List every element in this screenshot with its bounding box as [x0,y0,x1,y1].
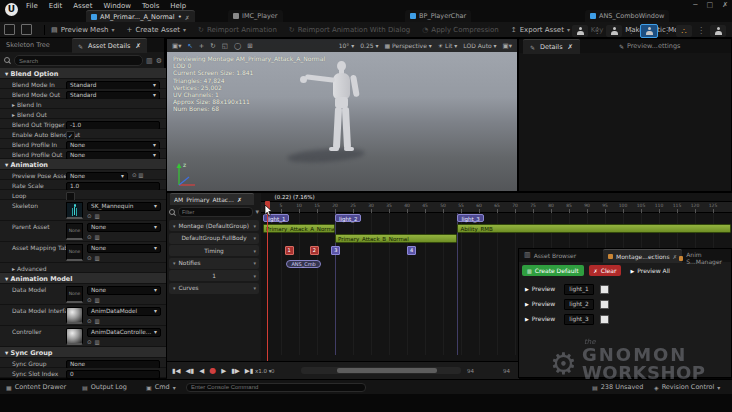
lit-mode-dropdown[interactable]: ☀ Lit ▾ [438,42,458,49]
scale-snap-value[interactable]: 0.25 ▾ [360,42,378,49]
rotate-tool-icon[interactable]: ↻ [210,42,215,50]
asset-dropdown[interactable]: AnimDataModel▾ [87,307,161,316]
tab-skeleton-tree[interactable]: Skeleton Tree [6,41,50,49]
browse-to-asset-icon[interactable] [21,24,32,35]
asset-dropdown[interactable]: None▾ [87,223,161,232]
step-back-button[interactable]: ◀▮ [186,367,195,375]
timeline-playhead[interactable] [267,201,268,361]
options-dots-icon[interactable]: ⋮ [663,27,671,35]
property-input[interactable]: 0 [66,370,160,379]
preview-section-button[interactable]: ▶Preview [525,300,555,307]
tab-montage-sections[interactable]: Montage...ections ✗ [603,249,682,263]
chevron-down-icon[interactable]: ▾ [253,223,256,229]
camera-options-icon[interactable]: ▣▾ [172,42,181,50]
montage-track-defaultgroup-fullbody[interactable]: DefaultGroup.FullBody▾ [169,233,259,244]
revision-control-button[interactable]: ◈ Revision Control ▾ [654,383,720,391]
section-name-field[interactable]: light_1 [564,284,594,295]
sync-browser-icon-button[interactable]: ∴ [676,25,692,37]
tab-asset-details[interactable]: ✎ Asset Details ✗ [72,38,147,53]
record-button[interactable]: ● [209,366,216,375]
select-tool-icon[interactable]: ↖ [187,42,192,50]
console-command-input[interactable] [186,383,366,392]
unsaved-assets-button[interactable]: ▤ 238 Unsaved [592,383,643,391]
settings-icon-button[interactable] [710,25,726,37]
rotation-snap-value[interactable]: 10° ▾ [339,42,355,49]
details-search-input[interactable] [14,55,143,66]
character-icon-button[interactable] [572,25,588,37]
tab-asset-browser[interactable]: ▥ Asset Browser [524,251,576,259]
grid-snap-icon[interactable]: ⊞ [247,42,252,50]
asset-tab-4[interactable]: ANS_ComboWindow [585,10,669,22]
asset-action-icons[interactable]: ⊙▥ [87,255,161,261]
lod-dropdown[interactable]: LOD Auto ▾ [463,42,496,49]
section-name-field[interactable]: light_2 [564,299,594,310]
maximize-window-button[interactable]: □ [707,1,714,10]
to-front-button[interactable]: ▮◀ [172,367,181,375]
chevron-down-icon[interactable]: ▾ [253,235,256,241]
save-icon[interactable] [4,24,15,35]
asset-thumbnail[interactable]: None [66,223,83,240]
clear-button[interactable]: ✗ Clear [589,265,622,276]
chevron-down-icon[interactable]: ▾ [253,248,256,254]
preview-animation-icon-button[interactable] [606,25,622,37]
chevron-down-icon[interactable]: ▾ [253,260,256,266]
tab-details[interactable]: ✎ Details ✗ [523,39,580,54]
tab-montage-asset[interactable]: AM_Primary_Attac... ✗ [170,193,254,205]
screenshot-icon[interactable]: ▣▾ [503,42,512,50]
grid-view-icon[interactable]: ▥ [146,57,153,65]
play-button[interactable]: ▶ [221,367,226,375]
anim-segment-ability_rmb[interactable]: Ability_RMB [457,224,731,233]
close-window-button[interactable]: ✗ [722,1,728,10]
chevron-down-icon[interactable]: ▾ [253,285,256,291]
asset-dropdown[interactable]: AnimDataControlle...▾ [87,328,161,337]
menu-edit[interactable]: Edit [49,1,63,11]
perspective-dropdown[interactable]: ▦ Perspective ▾ [385,42,432,49]
asset-action-icons[interactable]: ⊙▥ [87,339,161,345]
asset-action-icons[interactable]: ⊙▥ [87,318,161,324]
active-mode-icon-button[interactable] [640,24,658,38]
asset-thumbnail[interactable] [66,307,83,324]
asset-tab-3[interactable]: BP_PlayerChar [405,10,471,22]
montage-filter-input[interactable] [178,207,253,217]
content-drawer-button[interactable]: ▦ Content Drawer [6,383,66,391]
play-reverse-button[interactable]: ◀ [199,367,204,375]
menu-file[interactable]: File [26,1,38,11]
timeline-ruler[interactable]: 5101520253035404550556065707580859095100… [261,201,732,213]
preview-mesh-button[interactable]: ▤Preview Mesh▾ [51,26,115,34]
preview-viewport[interactable]: ▣▾ ↖ + ↻ ◱ ◯ ⊞ 10° ▾ 0.25 ▾ ▦ Perspectiv… [166,38,518,192]
step-forward-button[interactable]: ▮▶ [231,367,240,375]
asset-thumbnail[interactable] [66,202,83,219]
settings-gear-icon[interactable]: ⚙ [156,57,162,65]
preview-section-button[interactable]: ▶Preview [525,285,555,292]
anim-segment-primary_attack_a_normal[interactable]: Primary_Attack_A_Normal [263,224,335,233]
section-checkbox[interactable] [600,315,609,324]
scale-tool-icon[interactable]: ◱ [222,42,228,50]
use-selected-icon[interactable]: ⊙ ▥ [132,172,144,178]
montage-track-curves[interactable]: ▾Curves▾ [169,283,259,294]
output-log-button[interactable]: ▤ Output Log [82,383,127,391]
section-name-field[interactable]: light_3 [564,314,594,325]
export-asset-button[interactable]: ↥Export Asset▾ [511,26,570,34]
move-tool-icon[interactable]: + [199,42,204,50]
filter-options-icon[interactable]: ▾ [255,208,259,216]
to-end-button[interactable]: ▶▮ [245,367,254,375]
options-dots-icon[interactable]: ⋮ [697,27,705,35]
expander-label[interactable]: ▸ Advanced [12,265,47,272]
create-default-button[interactable]: ▥ Create Default [522,265,584,276]
asset-action-icons[interactable]: ⊙▥ [87,213,161,219]
timeline-scrollbar-thumb[interactable] [337,368,437,373]
expander-label[interactable]: ▸ Blend In [12,101,41,108]
preview-section-button[interactable]: ▶Preview [525,315,555,322]
asset-thumbnail[interactable]: None [66,286,83,303]
world-local-toggle-icon[interactable]: ◯ [234,42,241,50]
preview-all-button[interactable]: ▶ Preview All [626,265,674,276]
timeline-marker-2[interactable]: 2 [310,246,319,255]
asset-action-icons[interactable]: ⊙▥ [87,297,161,303]
close-tab-icon[interactable]: ✗ [568,43,573,51]
playback-speed-dropdown[interactable]: x1.0 ▾ [255,368,272,374]
minimize-window-button[interactable]: ─ [693,1,697,10]
asset-tab-2[interactable]: IMC_Player [228,10,283,22]
tab-preview-scene-settings[interactable]: ✎ Preview...ettings [619,42,680,50]
section-checkbox[interactable] [600,300,609,309]
asset-action-icons[interactable]: ⊙▥ [87,234,161,240]
